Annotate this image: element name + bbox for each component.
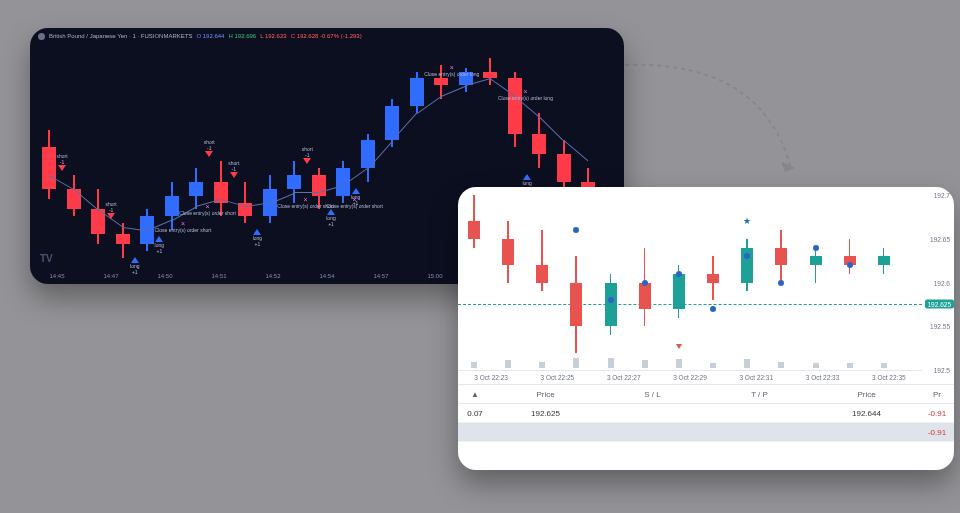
candle (844, 239, 856, 274)
volume-bar (539, 362, 545, 368)
light-y-axis: 192.625 192.7192.65192.6192.55192.5 (922, 195, 954, 370)
cell-profit: -0.91 (920, 409, 954, 418)
candle (238, 182, 252, 223)
signal-short: short-1 (57, 153, 68, 171)
volume-bar (505, 360, 511, 368)
x-tick: 14:47 (103, 273, 118, 279)
candle (468, 195, 480, 248)
light-x-axis: 3 Oct 22:233 Oct 22:253 Oct 22:273 Oct 2… (458, 370, 922, 384)
y-tick: 192.5 (934, 367, 950, 374)
volume-bar (778, 362, 784, 368)
x-tick: 3 Oct 22:31 (739, 374, 773, 381)
candle (508, 72, 522, 148)
candle (570, 256, 582, 352)
entry-star-icon: ★ (743, 216, 751, 226)
indicator-dot (608, 297, 614, 303)
candle (557, 140, 571, 188)
positions-table: ▲ Price S / L T / P Price Pr 0.07 192.62… (458, 384, 954, 470)
volume-bar (471, 362, 477, 368)
x-tick: 14:54 (319, 273, 334, 279)
volume-bar (744, 359, 750, 368)
candle (502, 221, 514, 282)
volume-bar (676, 359, 682, 368)
signal-close: ×Close entry(s) order long (498, 88, 553, 101)
signal-short: short-1 (204, 139, 215, 157)
candle (639, 248, 651, 327)
x-tick: 3 Oct 22:25 (541, 374, 575, 381)
table-row[interactable]: 0.07 192.625 192.644 -0.91 (458, 404, 954, 423)
col-sort[interactable]: ▲ (458, 390, 492, 399)
candle (741, 239, 753, 292)
signal-long: long+1 (326, 209, 335, 227)
volume-bar (847, 363, 853, 368)
volume-bar (608, 358, 614, 368)
candle (810, 248, 822, 283)
indicator-dot (573, 227, 579, 233)
x-tick: 3 Oct 22:23 (474, 374, 508, 381)
indicator-dot (813, 245, 819, 251)
symbol-header: British Pound / Japanese Yen · 1 · FUSIO… (30, 28, 624, 44)
y-tick: 192.65 (930, 235, 950, 242)
x-tick: 14:45 (49, 273, 64, 279)
indicator-dot (778, 280, 784, 286)
x-tick: 14:52 (265, 273, 280, 279)
x-tick: 3 Oct 22:29 (673, 374, 707, 381)
signal-short: short-1 (302, 146, 313, 164)
candle (775, 230, 787, 283)
cell-price1: 192.625 (492, 409, 599, 418)
x-tick: 14:50 (157, 273, 172, 279)
y-tick: 192.55 (930, 323, 950, 330)
x-tick: 3 Oct 22:27 (607, 374, 641, 381)
candle (707, 256, 719, 300)
light-candlestick-chart[interactable]: ★ (458, 195, 922, 371)
volume-bar (642, 360, 648, 368)
signal-short: short-1 (106, 201, 117, 219)
candle (42, 130, 56, 199)
x-tick: 14:51 (211, 273, 226, 279)
signal-close: ×Close entry(s) order long (424, 64, 479, 77)
indicator-dot (676, 271, 682, 277)
y-tick: 192.6 (934, 279, 950, 286)
volume-bar (573, 358, 579, 368)
x-tick: 3 Oct 22:33 (806, 374, 840, 381)
indicator-dot (847, 262, 853, 268)
signal-long: long+1 (253, 229, 262, 247)
x-tick: 3 Oct 22:35 (872, 374, 906, 381)
signal-close: ×Close entry(s) order short (155, 220, 212, 233)
candle (605, 274, 617, 335)
signal-close: ×Close entry(s) order short (326, 196, 383, 209)
indicator-dot (642, 280, 648, 286)
cell-price2: 192.644 (813, 409, 920, 418)
volume-bar (881, 363, 887, 368)
mt-chart-card: ★ 192.625 192.7192.65192.6192.55192.5 3 … (458, 187, 954, 470)
candle (263, 175, 277, 223)
table-total-row: -0.91 (458, 423, 954, 442)
candle (536, 230, 548, 291)
ohlc-readout: O 192.644 H 192.696 L 192.623 C 192.628 … (196, 33, 361, 39)
x-tick: 15:00 (427, 273, 442, 279)
signal-close: ×Close entry(s) order short (179, 203, 236, 216)
col-price2[interactable]: Price (813, 390, 920, 399)
col-price1[interactable]: Price (492, 390, 599, 399)
volume-bar (813, 363, 819, 368)
candle (91, 189, 105, 244)
signal-triangle-icon (676, 344, 682, 349)
indicator-dot (744, 253, 750, 259)
candle (878, 248, 890, 274)
col-tp[interactable]: T / P (706, 390, 813, 399)
cell-volume: 0.07 (458, 409, 492, 418)
provider-logo: TV (40, 253, 53, 264)
col-profit[interactable]: Pr (920, 390, 954, 399)
price-badge: 192.625 (925, 299, 955, 308)
x-tick: 14:57 (373, 273, 388, 279)
symbol-icon (38, 33, 45, 40)
ma-line-segment (294, 192, 319, 193)
table-header-row: ▲ Price S / L T / P Price Pr (458, 384, 954, 404)
candle (410, 72, 424, 113)
signal-short: short-1 (228, 160, 239, 178)
indicator-dot (710, 306, 716, 312)
y-tick: 192.7 (934, 192, 950, 199)
col-sl[interactable]: S / L (599, 390, 706, 399)
signal-long: long+1 (155, 236, 164, 254)
flow-arrow-icon (620, 55, 820, 195)
